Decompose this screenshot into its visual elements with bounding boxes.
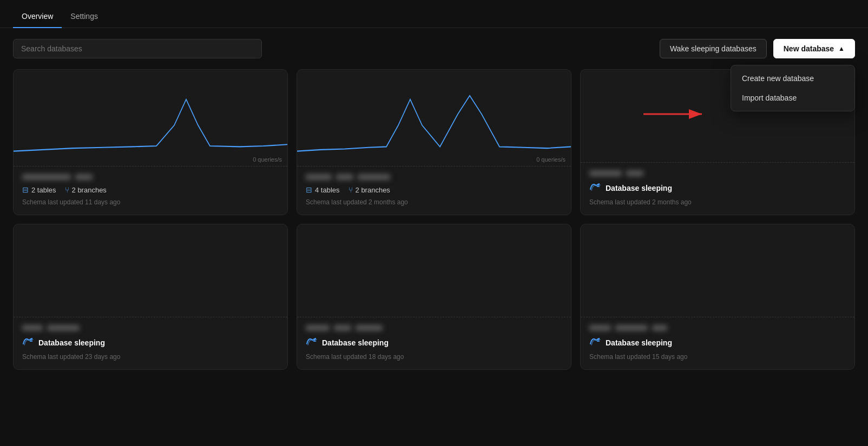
db-name-blur-5	[306, 325, 330, 331]
database-card-5[interactable]: Z Database sleeping Schema last updated …	[297, 224, 571, 370]
chart-area-6	[581, 224, 854, 317]
red-arrow-indicator	[643, 106, 708, 123]
new-database-label: New database	[784, 44, 834, 53]
sleeping-label-3: Database sleeping	[606, 184, 672, 192]
search-input[interactable]	[13, 39, 262, 58]
database-card-1[interactable]: 0 queries/s ⊟ 2 tables ⑂ 2 branches Sche…	[13, 69, 288, 215]
create-new-database-item[interactable]: Create new database	[731, 69, 854, 88]
db-meta-row-1: ⊟ 2 tables ⑂ 2 branches	[22, 185, 279, 194]
db-name-blur-5b	[334, 325, 351, 331]
db-name-blur-1	[22, 174, 71, 180]
db-name-row-2	[306, 174, 562, 180]
db-name-blur-6c	[652, 325, 667, 331]
svg-text:Z: Z	[30, 337, 33, 343]
svg-text:Z: Z	[597, 183, 600, 188]
chevron-up-icon: ▲	[838, 45, 845, 52]
db-name-blur-3	[589, 170, 622, 176]
branches-label-1: 2 branches	[72, 186, 107, 194]
db-name-blur-6	[589, 325, 611, 331]
queries-label-1: 0 queries/s	[253, 156, 282, 163]
schema-updated-5: Schema last updated 18 days ago	[306, 353, 562, 361]
db-name-row-3	[589, 170, 846, 176]
db-name-row-5	[306, 325, 562, 331]
database-card-2[interactable]: 0 queries/s ⊟ 4 tables ⑂ 2 branches Sche…	[297, 69, 571, 215]
database-grid: 0 queries/s ⊟ 2 tables ⑂ 2 branches Sche…	[0, 69, 868, 383]
sleeping-icon-3: Z	[589, 182, 601, 194]
db-card-info-6: Z Database sleeping Schema last updated …	[581, 317, 854, 369]
svg-text:Z: Z	[313, 337, 317, 343]
wake-sleeping-button[interactable]: Wake sleeping databases	[660, 39, 767, 58]
db-name-blur-4b	[47, 325, 80, 331]
db-card-info-4: Z Database sleeping Schema last updated …	[14, 317, 287, 369]
branches-count-1: ⑂ 2 branches	[65, 185, 107, 194]
toolbar: Wake sleeping databases New database ▲ C…	[0, 28, 868, 69]
schema-updated-2: Schema last updated 2 months ago	[306, 198, 562, 206]
db-name-row-4	[22, 325, 279, 331]
db-status-row-3: Z Database sleeping	[589, 182, 846, 194]
table-icon-1: ⊟	[22, 185, 29, 194]
db-name-blur-1b	[75, 174, 93, 180]
tables-label-2: 4 tables	[315, 186, 340, 194]
db-card-info-2: ⊟ 4 tables ⑂ 2 branches Schema last upda…	[297, 167, 571, 215]
schema-updated-1: Schema last updated 11 days ago	[22, 198, 279, 206]
branch-icon-1: ⑂	[65, 185, 69, 194]
top-nav: Overview Settings	[0, 0, 868, 28]
tables-label-1: 2 tables	[31, 186, 56, 194]
db-name-blur-2b	[336, 174, 353, 180]
tables-count-2: ⊟ 4 tables	[306, 185, 340, 194]
database-card-6[interactable]: Z Database sleeping Schema last updated …	[580, 224, 855, 370]
db-name-blur-2	[306, 174, 332, 180]
db-card-info-1: ⊟ 2 tables ⑂ 2 branches Schema last upda…	[14, 167, 287, 215]
db-name-blur-6b	[615, 325, 648, 331]
new-database-dropdown: Create new database Import database	[731, 65, 855, 111]
db-name-blur-3b	[626, 170, 643, 176]
tab-overview[interactable]: Overview	[13, 5, 62, 28]
db-name-blur-4	[22, 325, 43, 331]
db-name-blur-5c	[356, 325, 383, 331]
import-database-item[interactable]: Import database	[731, 88, 854, 108]
branches-count-2: ⑂ 2 branches	[348, 185, 390, 194]
schema-updated-6: Schema last updated 15 days ago	[589, 353, 846, 361]
sleeping-label-5: Database sleeping	[322, 338, 389, 347]
sleeping-label-6: Database sleeping	[606, 338, 672, 347]
db-status-row-4: Z Database sleeping	[22, 336, 279, 349]
database-card-4[interactable]: Z Database sleeping Schema last updated …	[13, 224, 288, 370]
chart-area-1: 0 queries/s	[14, 70, 287, 166]
db-meta-row-2: ⊟ 4 tables ⑂ 2 branches	[306, 185, 562, 194]
new-database-button[interactable]: New database ▲	[773, 39, 855, 58]
sleeping-label-4: Database sleeping	[38, 338, 105, 347]
schema-updated-4: Schema last updated 23 days ago	[22, 353, 279, 361]
db-card-info-5: Z Database sleeping Schema last updated …	[297, 317, 571, 369]
chart-area-2: 0 queries/s	[297, 70, 571, 166]
db-name-row-1	[22, 174, 279, 180]
db-card-info-3: Z Database sleeping Schema last updated …	[581, 163, 854, 215]
tab-settings[interactable]: Settings	[62, 5, 107, 28]
table-icon-2: ⊟	[306, 185, 312, 194]
sleeping-icon-6: Z	[589, 336, 601, 349]
sleeping-icon-4: Z	[22, 336, 34, 349]
tables-count-1: ⊟ 2 tables	[22, 185, 56, 194]
db-name-blur-2c	[358, 174, 390, 180]
schema-updated-3: Schema last updated 2 months ago	[589, 198, 846, 206]
chart-area-4	[14, 224, 287, 317]
branch-icon-2: ⑂	[348, 185, 353, 194]
db-status-row-5: Z Database sleeping	[306, 336, 562, 349]
chart-area-5	[297, 224, 571, 317]
sleeping-icon-5: Z	[306, 336, 318, 349]
db-name-row-6	[589, 325, 846, 331]
svg-text:Z: Z	[597, 337, 600, 343]
db-status-row-6: Z Database sleeping	[589, 336, 846, 349]
branches-label-2: 2 branches	[356, 186, 390, 194]
queries-label-2: 0 queries/s	[536, 156, 565, 163]
